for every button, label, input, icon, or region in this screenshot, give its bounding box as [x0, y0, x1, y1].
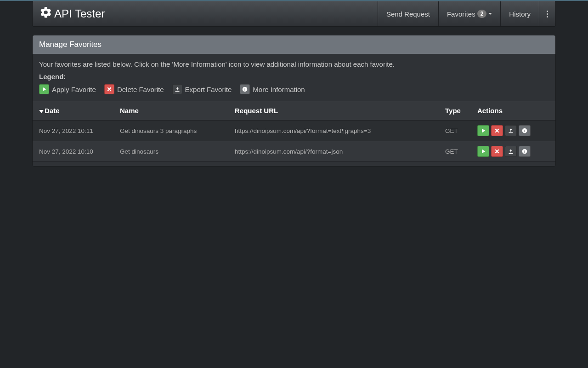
delete-button[interactable] — [491, 125, 503, 136]
col-url[interactable]: Request URL — [230, 101, 441, 121]
nav-favorites-label: Favorites — [447, 10, 475, 18]
panel-body: Your favorites are listed below. Click o… — [33, 54, 555, 101]
play-icon — [39, 84, 49, 94]
cell-type: GET — [441, 141, 473, 162]
brand[interactable]: API Tester — [40, 6, 105, 22]
panel-intro: Your favorites are listed below. Click o… — [39, 60, 549, 68]
col-name[interactable]: Name — [115, 101, 230, 121]
nav-menu: Send Request Favorites 2 History — [378, 1, 555, 26]
col-actions: Actions — [473, 101, 555, 121]
brand-title: API Tester — [54, 7, 105, 20]
gear-icon — [40, 6, 52, 22]
legend-info: i More Information — [240, 84, 305, 94]
legend-export: Export Favorite — [172, 84, 232, 94]
sort-desc-icon — [39, 110, 44, 113]
cell-name: Get dinosaurs 3 paragraphs — [115, 121, 230, 141]
nav-history[interactable]: History — [500, 1, 539, 26]
kebab-icon — [547, 11, 548, 17]
cell-type: GET — [441, 121, 473, 141]
apply-button[interactable] — [477, 146, 489, 157]
cell-url: https://dinoipsum.com/api/?format=json — [230, 141, 441, 162]
nav-send-request[interactable]: Send Request — [378, 1, 438, 26]
cell-actions: i — [473, 141, 555, 162]
svg-text:i: i — [524, 129, 525, 133]
table-row: Nov 27, 2022 10:10Get dinosaurshttps://d… — [33, 141, 555, 162]
legend-info-label: More Information — [253, 86, 305, 93]
favorites-panel: Manage Favorites Your favorites are list… — [32, 35, 556, 167]
legend-title: Legend: — [39, 73, 549, 80]
legend-delete-label: Delete Favorite — [117, 86, 164, 93]
legend-apply-label: Apply Favorite — [52, 86, 96, 93]
cell-date: Nov 27, 2022 10:11 — [33, 121, 115, 141]
nav-send-request-label: Send Request — [386, 10, 430, 18]
legend-delete: Delete Favorite — [104, 84, 164, 94]
info-button[interactable]: i — [519, 125, 531, 136]
export-icon — [172, 84, 182, 94]
cell-actions: i — [473, 121, 555, 141]
cell-name: Get dinosaurs — [115, 141, 230, 162]
svg-text:i: i — [244, 87, 245, 92]
nav-favorites[interactable]: Favorites 2 — [438, 1, 500, 26]
legend-apply: Apply Favorite — [39, 84, 96, 94]
caret-down-icon — [488, 13, 492, 15]
nav-history-label: History — [509, 10, 531, 18]
x-icon — [104, 84, 114, 94]
favorites-table: Date Name Request URL Type Actions Nov 2… — [33, 101, 555, 161]
legend-export-label: Export Favorite — [185, 86, 232, 93]
col-date[interactable]: Date — [33, 101, 115, 121]
cell-date: Nov 27, 2022 10:10 — [33, 141, 115, 162]
delete-button[interactable] — [491, 146, 503, 157]
apply-button[interactable] — [477, 125, 489, 136]
svg-text:i: i — [524, 150, 525, 154]
col-type[interactable]: Type — [441, 101, 473, 121]
info-icon: i — [240, 84, 250, 94]
cell-url: https://dinoipsum.com/api/?format=text¶g… — [230, 121, 441, 141]
navbar: API Tester Send Request Favorites 2 Hist… — [32, 1, 556, 27]
table-row: Nov 27, 2022 10:11Get dinosaurs 3 paragr… — [33, 121, 555, 141]
info-button[interactable]: i — [519, 146, 531, 157]
legend-row: Apply Favorite Delete Favorite Export Fa… — [39, 84, 549, 94]
export-button[interactable] — [505, 146, 517, 157]
favorites-count-badge: 2 — [477, 10, 487, 18]
nav-more[interactable] — [539, 1, 555, 26]
export-button[interactable] — [505, 125, 517, 136]
panel-footer — [33, 161, 555, 166]
panel-title: Manage Favorites — [33, 35, 555, 54]
